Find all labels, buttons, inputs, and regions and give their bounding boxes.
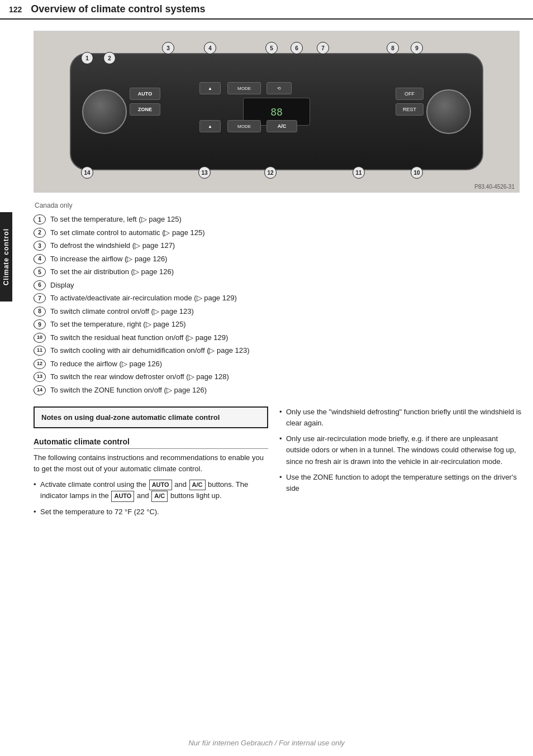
list-item: 11 To switch cooling with air dehumidifi… bbox=[34, 345, 522, 356]
callout-9: 9 bbox=[411, 42, 423, 54]
auto-badge-2: AUTO bbox=[111, 491, 134, 501]
callout-4: 4 bbox=[204, 42, 216, 54]
right-bullet-1: Only use the "windshield defrosting" fun… bbox=[279, 406, 522, 429]
callout-5: 5 bbox=[265, 42, 278, 54]
callout-3: 3 bbox=[162, 42, 174, 54]
right-knob bbox=[426, 89, 471, 134]
body-text-intro: The following contains instructions and … bbox=[34, 452, 268, 475]
item-num-4: 4 bbox=[34, 254, 46, 264]
item-text-10: To switch the residual heat function on/… bbox=[50, 332, 228, 343]
list-item: 5 To set the air distribution (▷ page 12… bbox=[34, 266, 522, 277]
item-text-12: To reduce the airflow (▷ page 126) bbox=[50, 358, 162, 370]
item-text-1: To set the temperature, left (▷ page 125… bbox=[50, 214, 182, 225]
bullet-text-2: Set the temperature to 72 °F (22 °C). bbox=[40, 508, 159, 516]
item-num-2: 2 bbox=[34, 228, 46, 238]
item-num-7: 7 bbox=[34, 293, 46, 303]
callout-8: 8 bbox=[387, 42, 399, 54]
mode-bottom-button: MODE bbox=[227, 120, 261, 132]
list-item: 2 To set climate control to automatic (▷… bbox=[34, 227, 522, 238]
item-num-14: 14 bbox=[34, 385, 46, 395]
item-text-11: To switch cooling with air dehumidificat… bbox=[50, 345, 250, 356]
item-text-5: To set the air distribution (▷ page 126) bbox=[50, 266, 174, 277]
main-content: 88 AUTO ZONE ▲ MODE ⟲ ▲ MODE A/C OFF RES… bbox=[17, 20, 533, 533]
item-num-10: 10 bbox=[34, 333, 46, 343]
footer: Nur für internen Gebrauch / For internal… bbox=[0, 739, 533, 747]
callout-13: 13 bbox=[198, 166, 211, 179]
item-num-12: 12 bbox=[34, 359, 46, 369]
image-caption: P83.40-4526-31 bbox=[474, 184, 515, 190]
item-text-7: To activate/deactivate air-recirculation… bbox=[50, 293, 237, 304]
page-number: 122 bbox=[9, 5, 22, 14]
callout-12: 12 bbox=[264, 166, 277, 179]
right-column: Only use the "windshield defrosting" fun… bbox=[279, 406, 522, 522]
bullet-item-2: Set the temperature to 72 °F (22 °C). bbox=[34, 506, 268, 518]
rest-button: REST bbox=[396, 103, 423, 116]
recirc-button: ⟲ bbox=[266, 82, 292, 94]
side-tab-label: Climate control bbox=[2, 228, 10, 285]
item-num-9: 9 bbox=[34, 319, 46, 329]
items-list: 1 To set the temperature, left (▷ page 1… bbox=[34, 214, 522, 395]
item-num-1: 1 bbox=[34, 214, 46, 224]
item-num-13: 13 bbox=[34, 372, 46, 382]
fan-display-button: ▲ bbox=[199, 120, 221, 132]
page-header: 122 Overview of climate control systems bbox=[0, 0, 533, 20]
climate-panel: 88 AUTO ZONE ▲ MODE ⟲ ▲ MODE A/C OFF RES… bbox=[47, 36, 506, 187]
section-title-auto: Automatic climate control bbox=[34, 437, 268, 449]
item-text-6: Display bbox=[50, 280, 74, 291]
footer-text: Nur für internen Gebrauch / For internal… bbox=[188, 739, 345, 747]
auto-button: AUTO bbox=[130, 88, 160, 100]
list-item: 13 To switch the rear window defroster o… bbox=[34, 371, 522, 382]
diagram-image: 88 AUTO ZONE ▲ MODE ⟲ ▲ MODE A/C OFF RES… bbox=[34, 31, 520, 193]
zone-button: ZONE bbox=[130, 103, 160, 116]
item-text-4: To increase the airflow (▷ page 126) bbox=[50, 253, 167, 265]
left-knob bbox=[82, 89, 127, 134]
callout-11: 11 bbox=[353, 166, 365, 179]
page-title: Overview of climate control systems bbox=[31, 3, 205, 15]
callout-1: 1 bbox=[81, 52, 93, 64]
right-bullet-3: Use the ZONE function to adopt the tempe… bbox=[279, 472, 522, 494]
list-item: 9 To set the temperature, right (▷ page … bbox=[34, 319, 522, 330]
list-item: 1 To set the temperature, left (▷ page 1… bbox=[34, 214, 522, 225]
ac-badge-1: A/C bbox=[189, 480, 206, 490]
item-num-3: 3 bbox=[34, 241, 46, 251]
notes-box-title: Notes on using dual-zone automatic clima… bbox=[41, 413, 260, 422]
panel-body: 88 AUTO ZONE ▲ MODE ⟲ ▲ MODE A/C OFF RES… bbox=[70, 53, 483, 170]
right-bullet-2: Only use air-recirculation mode briefly,… bbox=[279, 433, 522, 467]
bottom-section: Notes on using dual-zone automatic clima… bbox=[34, 406, 522, 522]
right-bullet-list: Only use the "windshield defrosting" fun… bbox=[279, 406, 522, 494]
list-item: 8 To switch climate control on/off (▷ pa… bbox=[34, 306, 522, 317]
item-text-13: To switch the rear window defroster on/o… bbox=[50, 371, 229, 382]
item-text-14: To switch the ZONE function on/off (▷ pa… bbox=[50, 385, 207, 396]
canada-only-label: Canada only bbox=[35, 202, 522, 209]
callout-14: 14 bbox=[81, 166, 93, 179]
item-num-5: 5 bbox=[34, 267, 46, 277]
mode-button: MODE bbox=[227, 82, 261, 94]
callout-6: 6 bbox=[291, 42, 303, 54]
notes-box: Notes on using dual-zone automatic clima… bbox=[34, 406, 268, 428]
list-item: 12 To reduce the airflow (▷ page 126) bbox=[34, 358, 522, 370]
left-column: Notes on using dual-zone automatic clima… bbox=[34, 406, 268, 522]
list-item: 10 To switch the residual heat function … bbox=[34, 332, 522, 343]
list-item: 14 To switch the ZONE function on/off (▷… bbox=[34, 385, 522, 396]
item-text-3: To defrost the windshield (▷ page 127) bbox=[50, 240, 175, 251]
bullet-item-1: Activate climate control using the AUTO … bbox=[34, 479, 268, 501]
item-num-8: 8 bbox=[34, 307, 46, 317]
item-text-8: To switch climate control on/off (▷ page… bbox=[50, 306, 194, 317]
item-text-2: To set climate control to automatic (▷ p… bbox=[50, 227, 205, 238]
list-item: 7 To activate/deactivate air-recirculati… bbox=[34, 293, 522, 304]
item-num-6: 6 bbox=[34, 280, 46, 290]
list-item: 4 To increase the airflow (▷ page 126) bbox=[34, 253, 522, 265]
item-text-9: To set the temperature, right (▷ page 12… bbox=[50, 319, 186, 330]
item-num-11: 11 bbox=[34, 346, 46, 356]
side-tab: Climate control bbox=[0, 212, 12, 302]
fan-up-button: ▲ bbox=[199, 82, 221, 94]
list-item: 6 Display bbox=[34, 280, 522, 291]
callout-7: 7 bbox=[317, 42, 329, 54]
callout-2: 2 bbox=[103, 52, 116, 64]
left-bullet-list: Activate climate control using the AUTO … bbox=[34, 479, 268, 517]
off-button: OFF bbox=[396, 88, 423, 100]
ac-button: A/C bbox=[266, 120, 297, 132]
callout-10: 10 bbox=[411, 166, 423, 179]
ac-badge-2: A/C bbox=[151, 491, 168, 501]
auto-badge: AUTO bbox=[149, 480, 172, 490]
